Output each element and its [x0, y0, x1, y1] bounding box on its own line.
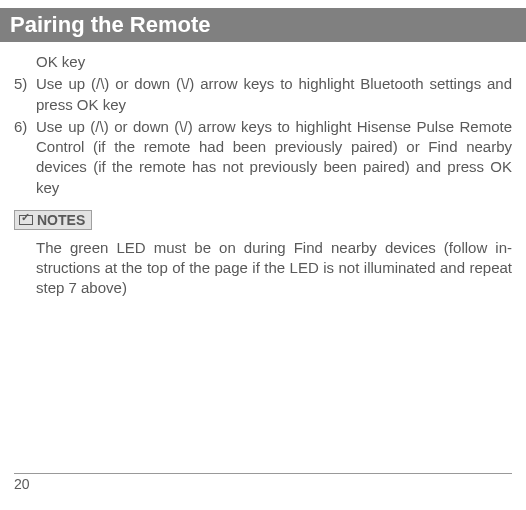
continued-text: OK key	[14, 52, 512, 72]
step-number: 5)	[14, 74, 36, 115]
notes-label-box: NOTES	[14, 210, 92, 230]
notes-body: The green LED must be on during Find nea…	[0, 236, 526, 299]
step-text: Use up (/\) or down (\/) arrow keys to h…	[36, 74, 512, 115]
page-title: Pairing the Remote	[0, 8, 526, 42]
content-block: OK key 5) Use up (/\) or down (\/) arrow…	[0, 42, 526, 198]
notes-label: NOTES	[37, 212, 85, 228]
checkbox-icon	[19, 215, 33, 225]
step-number: 6)	[14, 117, 36, 198]
page-footer: 20	[14, 473, 512, 492]
page-number: 20	[14, 476, 30, 492]
step-5: 5) Use up (/\) or down (\/) arrow keys t…	[14, 74, 512, 115]
step-6: 6) Use up (/\) or down (\/) arrow keys t…	[14, 117, 512, 198]
step-text: Use up (/\) or down (\/) arrow keys to h…	[36, 117, 512, 198]
